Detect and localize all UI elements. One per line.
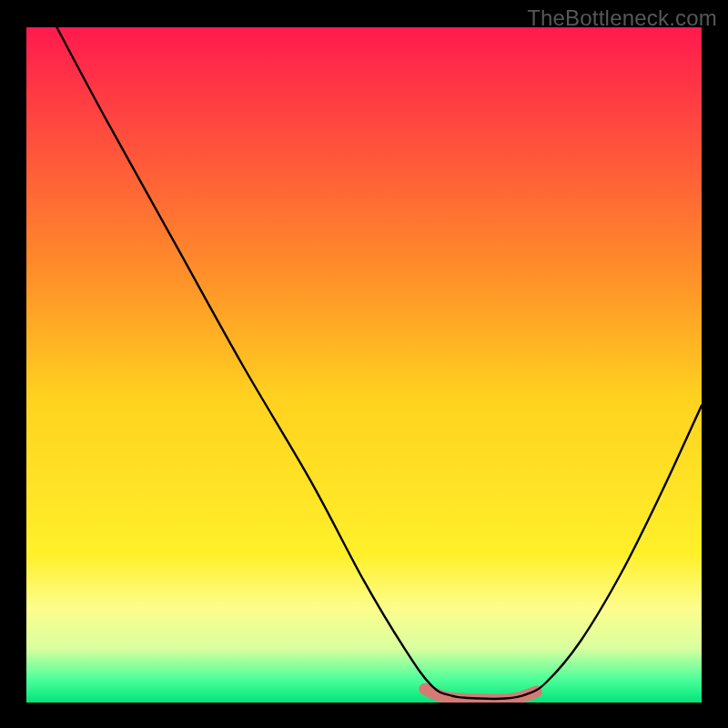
- attribution-text: TheBottleneck.com: [527, 5, 717, 31]
- plot-background: [26, 27, 702, 703]
- chart-frame: TheBottleneck.com: [0, 0, 728, 728]
- gradient-v-chart: [0, 0, 728, 728]
